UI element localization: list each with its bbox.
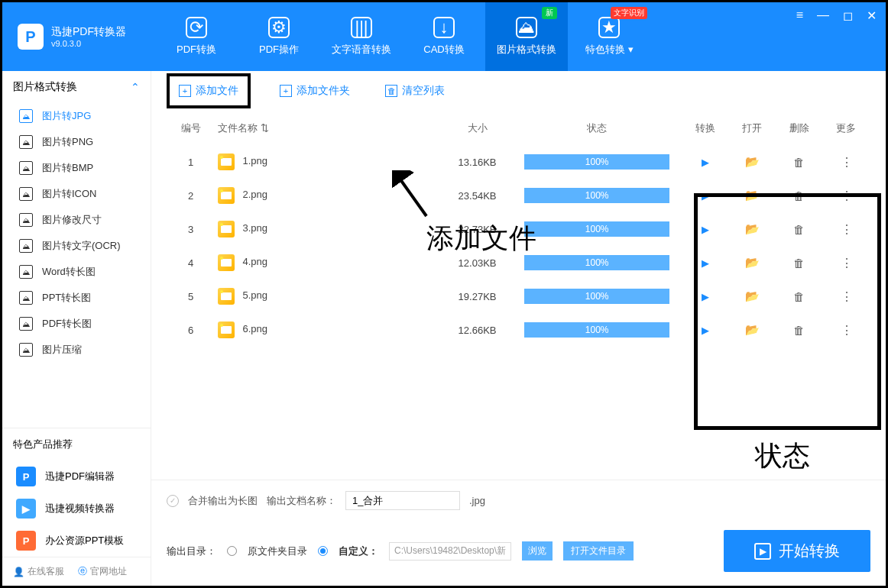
sidebar-section-header[interactable]: 图片格式转换 ⌃: [2, 71, 151, 103]
sidebar-footer: 👤在线客服 ⓔ官网地址: [2, 557, 151, 586]
image-icon: ⛰: [19, 187, 33, 201]
more-button[interactable]: ⋮: [841, 290, 852, 303]
file-icon: [218, 254, 235, 271]
convert-button[interactable]: ▶: [702, 190, 709, 202]
sidebar-item-6[interactable]: ⛰Word转长图: [2, 259, 151, 285]
recommend-item-1[interactable]: ▶迅捷视频转换器: [2, 493, 151, 525]
open-folder-button[interactable]: 📂: [745, 289, 760, 302]
sidebar-item-1[interactable]: ⛰图片转PNG: [2, 129, 151, 155]
clear-list-button[interactable]: 🗑 清空列表: [379, 79, 451, 102]
delete-button[interactable]: 🗑: [793, 156, 805, 169]
progress-bar: 100%: [524, 188, 669, 203]
nav-tab-2[interactable]: |||文字语音转换: [320, 2, 403, 71]
delete-button[interactable]: 🗑: [793, 257, 805, 270]
progress-bar: 100%: [524, 322, 669, 338]
trash-icon: 🗑: [385, 85, 397, 97]
close-icon[interactable]: ✕: [867, 8, 877, 23]
progress-bar: 100%: [524, 154, 669, 170]
more-button[interactable]: ⋮: [841, 223, 852, 236]
badge: 新: [542, 7, 557, 19]
outname-input[interactable]: [345, 491, 460, 510]
sidebar-item-0[interactable]: ⛰图片转JPG: [2, 103, 151, 129]
convert-button[interactable]: ▶: [702, 325, 709, 336]
open-folder-button[interactable]: 📂: [745, 323, 760, 336]
merge-row: ✓ 合并输出为长图 输出文档名称： .jpg: [151, 480, 886, 521]
delete-button[interactable]: 🗑: [793, 189, 805, 202]
sidebar-item-label: 图片转PNG: [42, 135, 93, 149]
sidebar-item-7[interactable]: ⛰PPT转长图: [2, 285, 151, 311]
maximize-icon[interactable]: ◻: [843, 8, 853, 23]
minimize-icon[interactable]: —: [817, 8, 829, 23]
open-folder-button[interactable]: 📂: [745, 189, 760, 202]
user-icon: 👤: [13, 567, 24, 577]
recommend-item-0[interactable]: P迅捷PDF编辑器: [2, 460, 151, 493]
menu-icon[interactable]: ≡: [796, 8, 803, 23]
sidebar: 图片格式转换 ⌃ ⛰图片转JPG⛰图片转PNG⛰图片转BMP⛰图片转ICON⛰图…: [2, 71, 151, 586]
progress-bar: 100%: [524, 289, 669, 304]
recommend-label: 办公资源PPT模板: [45, 534, 124, 548]
nav-label: 图片格式转换: [497, 43, 556, 57]
convert-button[interactable]: ▶: [702, 291, 709, 302]
delete-button[interactable]: 🗑: [793, 223, 805, 236]
cell-num: 3: [168, 213, 213, 245]
sidebar-item-3[interactable]: ⛰图片转ICON: [2, 181, 151, 207]
more-button[interactable]: ⋮: [841, 257, 852, 270]
file-icon: [218, 288, 235, 305]
recommend-item-2[interactable]: P办公资源PPT模板: [2, 525, 151, 557]
add-file-button[interactable]: + 添加文件: [167, 73, 251, 108]
nav-tab-5[interactable]: 文字识别★特色转换▾: [568, 2, 650, 71]
col-num: 编号: [168, 112, 213, 144]
cell-size: 12.66KB: [443, 314, 512, 346]
convert-button[interactable]: ▶: [702, 157, 709, 168]
delete-button[interactable]: 🗑: [793, 324, 805, 337]
custom-radio[interactable]: [318, 546, 328, 556]
nav-label: 文字语音转换: [332, 43, 391, 57]
image-icon: ⛰: [19, 135, 33, 149]
add-folder-button[interactable]: + 添加文件夹: [274, 79, 356, 102]
start-convert-button[interactable]: ▶ 开始转换: [724, 530, 870, 572]
more-button[interactable]: ⋮: [841, 189, 852, 202]
website-link[interactable]: ⓔ官网地址: [78, 565, 127, 578]
cell-name: 3.png: [215, 213, 441, 245]
open-folder-button[interactable]: 📂: [745, 155, 760, 168]
window-controls: ≡ — ◻ ✕: [796, 8, 877, 23]
play-icon: ▶: [754, 543, 771, 560]
open-dir-button[interactable]: 打开文件目录: [563, 541, 634, 561]
cell-status: 100%: [513, 146, 681, 178]
more-button[interactable]: ⋮: [841, 156, 852, 169]
nav-tab-0[interactable]: ⟳PDF转换: [155, 2, 238, 71]
nav-tab-3[interactable]: ↓CAD转换: [403, 2, 485, 71]
image-icon: ⛰: [19, 265, 33, 279]
col-name: 文件名称 ⇅: [215, 112, 441, 144]
open-folder-button[interactable]: 📂: [745, 222, 760, 235]
more-button[interactable]: ⋮: [841, 324, 852, 337]
cell-name: 4.png: [215, 247, 441, 279]
cell-name: 6.png: [215, 314, 441, 346]
table-row: 6 6.png 12.66KB 100% ▶ 📂 🗑 ⋮: [168, 314, 869, 346]
custom-path-input[interactable]: [389, 542, 511, 561]
sidebar-item-5[interactable]: ⛰图片转文字(OCR): [2, 233, 151, 259]
support-link[interactable]: 👤在线客服: [13, 565, 64, 578]
cell-size: 22.73KB: [443, 213, 512, 245]
nav-icon: ★: [598, 17, 620, 38]
origdir-radio[interactable]: [227, 546, 237, 556]
globe-icon: ⓔ: [78, 565, 87, 578]
cell-name: 2.png: [215, 179, 441, 212]
merge-checkbox[interactable]: ✓: [167, 495, 179, 507]
nav-tab-1[interactable]: ⚙PDF操作: [238, 2, 320, 71]
sidebar-item-8[interactable]: ⛰PDF转长图: [2, 311, 151, 337]
open-folder-button[interactable]: 📂: [745, 256, 760, 269]
sidebar-item-2[interactable]: ⛰图片转BMP: [2, 155, 151, 181]
convert-button[interactable]: ▶: [702, 224, 709, 235]
browse-button[interactable]: 浏览: [522, 541, 553, 561]
sidebar-item-4[interactable]: ⛰图片修改尺寸: [2, 207, 151, 233]
sidebar-item-9[interactable]: ⛰图片压缩: [2, 337, 151, 363]
nav-label: 特色转换▾: [585, 43, 634, 57]
delete-button[interactable]: 🗑: [793, 290, 805, 303]
sidebar-item-label: 图片压缩: [42, 343, 82, 357]
image-icon: ⛰: [19, 213, 33, 227]
convert-button[interactable]: ▶: [702, 257, 709, 269]
sidebar-item-label: 图片修改尺寸: [42, 213, 102, 227]
nav-tab-4[interactable]: 新⛰图片格式转换: [485, 2, 568, 71]
cell-size: 13.16KB: [443, 146, 512, 178]
